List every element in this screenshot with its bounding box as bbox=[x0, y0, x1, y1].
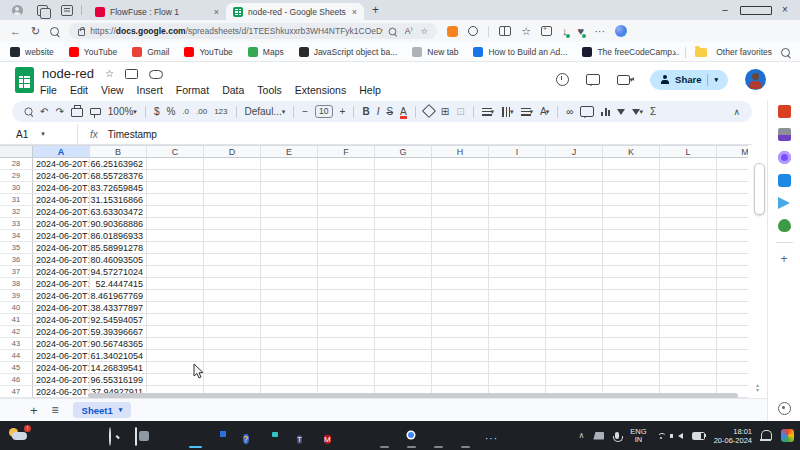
cell-value[interactable]: 92.54594057 bbox=[90, 314, 147, 326]
tab-actions-icon[interactable] bbox=[59, 2, 75, 18]
menu-item[interactable]: Format bbox=[176, 84, 209, 96]
version-history-icon[interactable] bbox=[556, 73, 569, 86]
formula-input[interactable]: Timestamp bbox=[108, 129, 157, 140]
mcafee-icon[interactable]: M bbox=[323, 428, 338, 443]
task-view-icon[interactable] bbox=[134, 428, 149, 443]
taskbar-more-icon[interactable]: ··· bbox=[485, 428, 500, 443]
increase-font-size-icon[interactable]: + bbox=[340, 107, 346, 117]
cell-timestamp[interactable]: 2024-06-20T12:2 bbox=[33, 374, 90, 386]
row-header[interactable]: 41 bbox=[0, 314, 33, 326]
cell-value[interactable]: 31.15316866 bbox=[90, 194, 147, 206]
document-title[interactable]: node-red bbox=[42, 66, 94, 81]
cell-timestamp[interactable]: 2024-06-20T12:2 bbox=[33, 194, 90, 206]
row-header[interactable]: 29 bbox=[0, 170, 33, 182]
profile-icon[interactable] bbox=[9, 2, 25, 18]
cloud-status-icon[interactable] bbox=[149, 70, 163, 79]
row-header[interactable]: 31 bbox=[0, 194, 33, 206]
undo-icon[interactable]: ↶ bbox=[40, 107, 48, 117]
menu-item[interactable]: Tools bbox=[257, 84, 282, 96]
column-header[interactable]: J bbox=[546, 146, 603, 158]
cell-value[interactable]: 90.90368886 bbox=[90, 218, 147, 230]
speaker-icon[interactable] bbox=[678, 433, 683, 439]
bookmark-item[interactable]: How to Build an Ad... bbox=[473, 47, 567, 57]
empty-cells[interactable] bbox=[147, 338, 748, 350]
column-header[interactable]: M bbox=[717, 146, 748, 158]
increase-decimal-icon[interactable]: .00 bbox=[196, 108, 207, 116]
wifi-icon[interactable] bbox=[656, 432, 666, 440]
tab-close-icon[interactable]: × bbox=[352, 7, 357, 17]
row-header[interactable]: 45 bbox=[0, 362, 33, 374]
cell-value[interactable]: 96.55316199 bbox=[90, 374, 147, 386]
collapse-toolbar-icon[interactable]: ∧ bbox=[733, 107, 740, 117]
column-header[interactable]: G bbox=[375, 146, 432, 158]
column-header[interactable]: C bbox=[147, 146, 204, 158]
font-size-input[interactable]: 10 bbox=[315, 105, 332, 118]
menu-item[interactable]: Insert bbox=[137, 84, 163, 96]
workspaces-icon[interactable] bbox=[34, 2, 50, 18]
move-folder-icon[interactable] bbox=[125, 69, 138, 79]
empty-cells[interactable] bbox=[147, 374, 748, 386]
comments-icon[interactable] bbox=[586, 74, 600, 85]
cell-timestamp[interactable]: 2024-06-20T12:2 bbox=[33, 338, 90, 350]
cell-timestamp[interactable]: 2024-06-20T12:2 bbox=[33, 170, 90, 182]
empty-cells[interactable] bbox=[147, 254, 748, 266]
cell-timestamp[interactable]: 2024-06-20T12:2 bbox=[33, 386, 90, 398]
vscode-icon[interactable] bbox=[458, 428, 473, 443]
bookmark-item[interactable]: Maps bbox=[248, 47, 284, 57]
collections-icon[interactable] bbox=[541, 26, 552, 36]
empty-cells[interactable] bbox=[147, 302, 748, 314]
cell-value[interactable]: 63.63303472 bbox=[90, 206, 147, 218]
row-header[interactable]: 44 bbox=[0, 350, 33, 362]
cell-timestamp[interactable]: 2024-06-20T12:2 bbox=[33, 230, 90, 242]
column-header[interactable]: D bbox=[204, 146, 261, 158]
cell-timestamp[interactable]: 2024-06-20T12:2 bbox=[33, 242, 90, 254]
column-header[interactable]: A bbox=[33, 146, 90, 158]
hidden-icons-chevron[interactable]: ∧ bbox=[579, 431, 585, 440]
firefox-icon[interactable] bbox=[350, 428, 365, 443]
row-header[interactable]: 37 bbox=[0, 266, 33, 278]
cell-value[interactable]: 83.72659845 bbox=[90, 182, 147, 194]
cell-value[interactable]: 94.57271024 bbox=[90, 266, 147, 278]
settings-more-icon[interactable]: ··· bbox=[594, 26, 605, 37]
colorful-app-icon[interactable] bbox=[377, 428, 392, 443]
vertical-align-icon[interactable]: ▾ bbox=[501, 108, 514, 116]
insert-chart-icon[interactable] bbox=[601, 108, 610, 116]
merge-cells-icon[interactable]: ⊡ bbox=[456, 107, 464, 117]
column-header[interactable]: E bbox=[261, 146, 318, 158]
back-button[interactable]: ← bbox=[10, 26, 21, 37]
empty-cells[interactable] bbox=[147, 194, 748, 206]
action-center-icon[interactable] bbox=[781, 429, 794, 442]
downloads-icon[interactable]: ↓ bbox=[562, 26, 568, 37]
bookmark-item[interactable]: Gmail bbox=[132, 47, 169, 57]
addon-camera-icon[interactable] bbox=[778, 174, 791, 187]
other-favorites-label[interactable]: Other favorites bbox=[716, 47, 772, 57]
cell-value[interactable]: 66.25163962 bbox=[90, 158, 147, 170]
row-header[interactable]: 47 bbox=[0, 386, 33, 398]
cell-value[interactable]: 86.01896933 bbox=[90, 230, 147, 242]
metamask-extension-icon[interactable] bbox=[447, 26, 458, 37]
addon-contacts-icon[interactable] bbox=[778, 128, 791, 141]
cell-value[interactable]: 59.39396667 bbox=[90, 326, 147, 338]
cell-timestamp[interactable]: 2024-06-20T12:2 bbox=[33, 350, 90, 362]
name-box[interactable]: A1 ▾ bbox=[0, 124, 78, 144]
text-wrap-icon[interactable]: ▾ bbox=[521, 108, 534, 116]
github-desktop-icon[interactable] bbox=[431, 428, 446, 443]
bookmark-item[interactable]: YouTube bbox=[69, 47, 117, 57]
menu-item[interactable]: Data bbox=[222, 84, 244, 96]
functions-icon[interactable]: Σ bbox=[650, 107, 656, 117]
cell-timestamp[interactable]: 2024-06-20T12:2 bbox=[33, 314, 90, 326]
menu-item[interactable]: File bbox=[40, 84, 57, 96]
text-rotation-icon[interactable]: A▾ bbox=[540, 107, 549, 117]
empty-cells[interactable] bbox=[147, 278, 748, 290]
row-header[interactable]: 34 bbox=[0, 230, 33, 242]
browser-essentials-icon[interactable]: ♥ bbox=[578, 26, 585, 37]
sheet-tab-active[interactable]: Sheet1 ▾ bbox=[73, 402, 132, 418]
menu-item[interactable]: Help bbox=[359, 84, 381, 96]
gear-icon[interactable] bbox=[778, 402, 791, 415]
cell-timestamp[interactable]: 2024-06-20T12:2 bbox=[33, 302, 90, 314]
row-header[interactable]: 39 bbox=[0, 290, 33, 302]
tab-google-sheets[interactable]: node-red - Google Sheets × bbox=[226, 3, 364, 20]
notifications-bell-icon[interactable] bbox=[761, 430, 772, 440]
cell-timestamp[interactable]: 2024-06-20T12:2 bbox=[33, 182, 90, 194]
row-header[interactable]: 35 bbox=[0, 242, 33, 254]
